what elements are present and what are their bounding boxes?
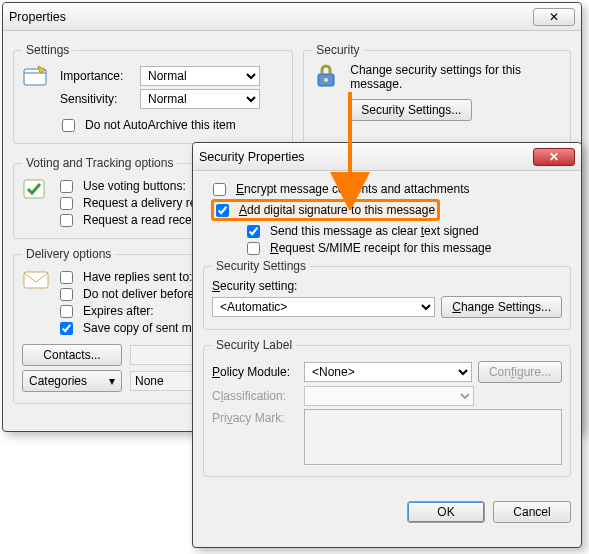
- security-legend: Security: [312, 43, 363, 57]
- svg-rect-4: [24, 272, 48, 288]
- smime-checkbox[interactable]: [247, 242, 260, 255]
- properties-titlebar: Properties ✕: [3, 3, 581, 31]
- security-properties-window: Security Properties ✕ Encrypt message co…: [192, 142, 582, 548]
- close-icon[interactable]: ✕: [533, 148, 575, 166]
- categories-button[interactable]: Categories ▾: [22, 370, 122, 392]
- save-copy-checkbox[interactable]: [60, 322, 73, 335]
- privacy-mark-label: Privacy Mark:: [212, 409, 298, 425]
- sec-settings-fieldset: Security Settings Security setting: <Aut…: [203, 259, 571, 330]
- encrypt-checkbox[interactable]: [213, 183, 226, 196]
- auto-archive-label: Do not AutoArchive this item: [85, 118, 236, 132]
- use-voting-label: Use voting buttons:: [83, 179, 186, 193]
- classification-label: Classification:: [212, 389, 298, 403]
- importance-select[interactable]: Normal: [140, 66, 260, 86]
- cleartext-checkbox[interactable]: [247, 225, 260, 238]
- sensitivity-label: Sensitivity:: [60, 92, 134, 106]
- classification-select: [304, 386, 474, 406]
- add-signature-checkbox[interactable]: [216, 204, 229, 217]
- sec-label-legend: Security Label: [212, 338, 296, 352]
- delivery-icon: [22, 267, 52, 293]
- configure-button[interactable]: Configure...: [478, 361, 562, 383]
- lock-icon: [312, 63, 342, 89]
- contacts-button[interactable]: Contacts...: [22, 344, 122, 366]
- security-desc: Change security settings for this messag…: [350, 63, 562, 91]
- settings-icon: [22, 63, 52, 89]
- change-settings-button[interactable]: Change Settings...: [441, 296, 562, 318]
- encrypt-label: Encrypt message contents and attachments: [236, 182, 469, 196]
- expires-label: Expires after:: [83, 304, 154, 318]
- policy-module-select[interactable]: <None>: [304, 362, 472, 382]
- request-read-label: Request a read receipt: [83, 213, 204, 227]
- settings-legend: Settings: [22, 43, 73, 57]
- have-replies-checkbox[interactable]: [60, 271, 73, 284]
- security-fieldset: Security Change security settings for th…: [303, 43, 571, 144]
- privacy-mark-field: [304, 409, 562, 465]
- close-icon[interactable]: ✕: [533, 8, 575, 26]
- have-replies-label: Have replies sent to:: [83, 270, 192, 284]
- ok-button[interactable]: OK: [407, 501, 485, 523]
- sensitivity-select[interactable]: Normal: [140, 89, 260, 109]
- importance-label: Importance:: [60, 69, 134, 83]
- voting-icon: [22, 176, 52, 202]
- auto-archive-checkbox[interactable]: [62, 119, 75, 132]
- chevron-down-icon: ▾: [109, 374, 115, 388]
- request-read-checkbox[interactable]: [60, 214, 73, 227]
- delivery-legend: Delivery options: [22, 247, 115, 261]
- cleartext-label: Send this message as clear text signed: [270, 224, 479, 238]
- expires-checkbox[interactable]: [60, 305, 73, 318]
- secprops-title: Security Properties: [199, 150, 305, 164]
- security-setting-select[interactable]: <Automatic>: [212, 297, 435, 317]
- request-delivery-label: Request a delivery rece: [83, 196, 209, 210]
- policy-module-label: Policy Module:: [212, 365, 298, 379]
- not-before-checkbox[interactable]: [60, 288, 73, 301]
- svg-point-2: [324, 78, 328, 82]
- voting-legend: Voting and Tracking options: [22, 156, 177, 170]
- settings-fieldset: Settings Importance: Normal Sensitivity:…: [13, 43, 293, 144]
- properties-title: Properties: [9, 10, 66, 24]
- not-before-label: Do not deliver before:: [83, 287, 198, 301]
- secprops-titlebar: Security Properties ✕: [193, 143, 581, 171]
- sec-setting-label: Security setting:: [212, 279, 562, 293]
- smime-label: Request S/MIME receipt for this message: [270, 241, 491, 255]
- cancel-button[interactable]: Cancel: [493, 501, 571, 523]
- sec-settings-legend: Security Settings: [212, 259, 310, 273]
- sec-label-fieldset: Security Label Policy Module: <None> Con…: [203, 338, 571, 477]
- use-voting-checkbox[interactable]: [60, 180, 73, 193]
- security-settings-button[interactable]: Security Settings...: [350, 99, 472, 121]
- save-copy-label: Save copy of sent mes: [83, 321, 204, 335]
- add-signature-label: Add digital signature to this message: [239, 203, 435, 217]
- request-delivery-checkbox[interactable]: [60, 197, 73, 210]
